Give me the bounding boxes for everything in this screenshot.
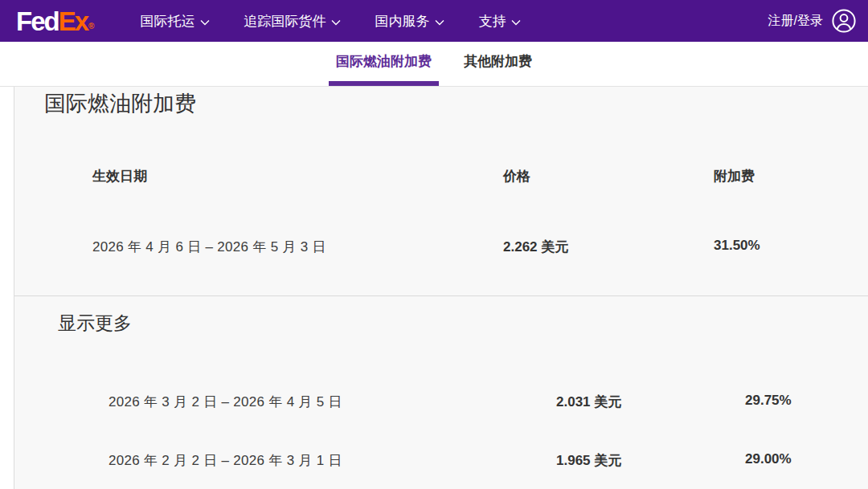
nav-item-label: 国内服务	[375, 12, 429, 31]
current-period-price: 2.262 美元	[503, 238, 568, 256]
surcharge-tab-bar: 国际燃油附加费 其他附加费	[0, 42, 868, 87]
column-header-price: 价格	[503, 167, 530, 185]
nav-item-label: 国际托运	[140, 12, 194, 31]
history-row-price: 2.031 美元	[556, 393, 621, 411]
section-divider	[14, 295, 868, 296]
signup-login-link[interactable]: 注册/登录	[768, 13, 823, 30]
nav-item-track-international[interactable]: 追踪国际货件	[244, 12, 341, 31]
history-row-date-range: 2026 年 2 月 2 日 – 2026 年 3 月 1 日	[108, 451, 342, 470]
page-content: 国际燃油附加费 生效日期 价格 附加费 2026 年 4 月 6 日 – 202…	[0, 87, 868, 489]
chevron-down-icon	[511, 14, 521, 30]
show-more-toggle[interactable]: 显示更多	[58, 311, 132, 336]
top-navigation-bar: FedEx® 国际托运 追踪国际货件 国内服务 支持	[0, 0, 868, 42]
history-row-price: 1.965 美元	[556, 451, 621, 470]
history-row-date-range: 2026 年 3 月 2 日 – 2026 年 4 月 5 日	[108, 393, 342, 411]
user-account-icon[interactable]	[831, 8, 857, 34]
main-nav: 国际托运 追踪国际货件 国内服务 支持	[140, 12, 521, 31]
nav-item-international-shipping[interactable]: 国际托运	[140, 12, 210, 31]
nav-item-support[interactable]: 支持	[478, 12, 521, 31]
chevron-down-icon	[331, 14, 341, 30]
current-period-surcharge: 31.50%	[714, 238, 760, 254]
page-title: 国际燃油附加费	[44, 89, 196, 118]
column-header-surcharge: 附加费	[714, 167, 755, 185]
chevron-down-icon	[435, 14, 444, 30]
tab-international-fuel-surcharge[interactable]: 国际燃油附加费	[329, 42, 439, 86]
fedex-logo-fed: Fed	[16, 8, 59, 35]
chevron-down-icon	[200, 14, 210, 30]
current-period-date-range: 2026 年 4 月 6 日 – 2026 年 5 月 3 日	[92, 238, 326, 256]
history-row-surcharge: 29.00%	[745, 451, 792, 467]
fedex-logo-ex: Ex	[59, 8, 88, 35]
nav-item-label: 支持	[478, 12, 506, 31]
nav-item-domestic-services[interactable]: 国内服务	[375, 12, 444, 31]
column-header-effective-date: 生效日期	[92, 167, 147, 185]
fedex-logo[interactable]: FedEx®	[16, 8, 94, 35]
surcharge-card: 国际燃油附加费 生效日期 价格 附加费 2026 年 4 月 6 日 – 202…	[14, 87, 868, 489]
nav-item-label: 追踪国际货件	[244, 12, 326, 31]
tab-other-surcharges[interactable]: 其他附加费	[457, 42, 539, 86]
registered-trademark: ®	[88, 22, 94, 31]
header-account-area: 注册/登录	[768, 8, 857, 34]
history-row-surcharge: 29.75%	[745, 393, 792, 409]
